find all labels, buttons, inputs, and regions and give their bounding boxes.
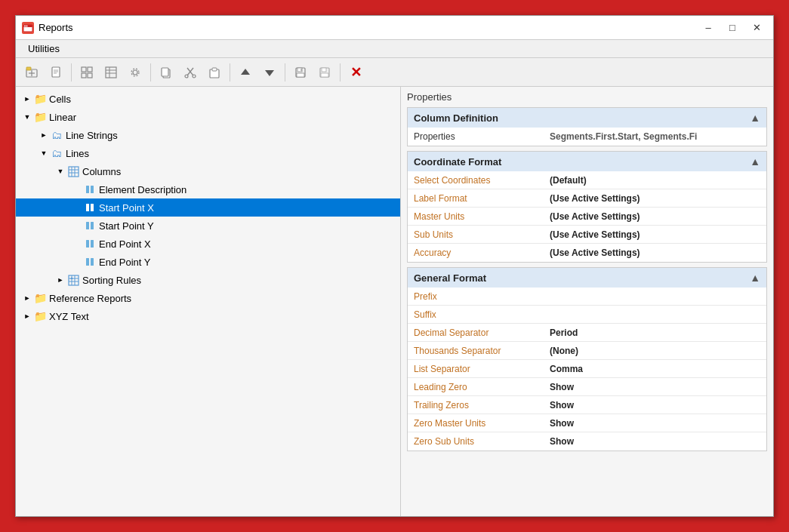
- label-zero-master: Zero Master Units: [408, 415, 544, 432]
- grid-icon-columns: [67, 165, 79, 177]
- tree-node-columns[interactable]: ▼ Columns: [16, 162, 400, 180]
- toolbar: ✕: [16, 58, 773, 87]
- prop-row-zero-sub: Zero Sub Units Show: [408, 432, 766, 451]
- add-button[interactable]: [20, 61, 43, 84]
- move-up-button[interactable]: [234, 61, 257, 84]
- svg-rect-47: [91, 204, 94, 211]
- svg-rect-15: [88, 73, 92, 78]
- prop-row-list-sep: List Separator Comma: [408, 360, 766, 378]
- section-body-general: Prefix Suffix Decimal Separator Period T…: [408, 288, 766, 451]
- collapse-general-icon[interactable]: ▲: [750, 272, 760, 284]
- settings-button[interactable]: [124, 61, 146, 84]
- collapse-column-def-icon[interactable]: ▲: [750, 112, 760, 124]
- cut-button[interactable]: [179, 61, 202, 84]
- expand-arrow-sorting[interactable]: ►: [55, 275, 66, 285]
- collapse-coord-icon[interactable]: ▲: [750, 155, 760, 168]
- tree-node-end-point-y[interactable]: ► End Point Y: [16, 253, 400, 271]
- tree-node-linear[interactable]: ▼ 📁 Linear: [16, 108, 400, 126]
- section-header-coord[interactable]: Coordinate Format ▲: [408, 152, 766, 171]
- tree-node-lines[interactable]: ▼ 🗂 Lines: [16, 144, 400, 162]
- prop-label-properties: Properties: [408, 128, 544, 145]
- section-title-column-def: Column Definition: [414, 112, 498, 124]
- svg-rect-45: [91, 186, 94, 193]
- expand-arrow-columns[interactable]: ▼: [55, 166, 66, 177]
- svg-rect-14: [82, 73, 86, 78]
- svg-rect-13: [88, 67, 92, 72]
- section-header-general[interactable]: General Format ▲: [408, 268, 766, 288]
- expand-arrow-linestrings[interactable]: ►: [39, 130, 49, 140]
- tree-node-start-point-y[interactable]: ► Start Point Y: [16, 217, 400, 235]
- copy-button[interactable]: [155, 61, 177, 84]
- col-icon-end-y: [84, 256, 96, 268]
- value-thousands-sep: (None): [544, 343, 766, 359]
- svg-rect-29: [212, 68, 217, 71]
- close-button[interactable]: ✕: [746, 20, 767, 35]
- paste-button[interactable]: [203, 61, 226, 84]
- folder-icon-linear: 📁: [34, 111, 46, 123]
- tree-node-element-desc[interactable]: ► Element Description: [16, 180, 400, 198]
- label-start-x: Start Point X: [99, 202, 154, 214]
- expand-arrow-cells[interactable]: ►: [22, 94, 32, 104]
- tree-node-start-point-x[interactable]: ► Start Point X: [16, 198, 400, 217]
- value-trailing-zeros: Show: [544, 397, 766, 414]
- label-decimal-sep: Decimal Separator: [408, 324, 544, 341]
- value-zero-master: Show: [544, 415, 766, 432]
- properties-heading: Properties: [407, 91, 767, 103]
- tree-node-linestrings[interactable]: ► 🗂 Line Strings: [16, 126, 400, 144]
- move-down-button[interactable]: [258, 61, 281, 84]
- save-alt-button[interactable]: [313, 61, 336, 84]
- delete-button[interactable]: ✕: [344, 61, 367, 84]
- tree-node-sorting-rules[interactable]: ► Sorting Rules: [16, 271, 400, 289]
- svg-rect-44: [86, 186, 89, 193]
- value-suffix: [544, 312, 766, 318]
- svg-rect-50: [86, 240, 89, 248]
- svg-rect-48: [86, 222, 89, 229]
- tree-node-end-point-x[interactable]: ► End Point X: [16, 235, 400, 253]
- grid-view-button[interactable]: [76, 61, 98, 84]
- value-prefix: [544, 294, 766, 300]
- label-end-y: End Point Y: [99, 257, 150, 268]
- section-header-column-def[interactable]: Column Definition ▲: [408, 108, 766, 128]
- properties-panel: Properties Column Definition ▲ Propertie…: [401, 87, 773, 516]
- svg-rect-46: [86, 204, 89, 211]
- table-button[interactable]: [100, 61, 122, 84]
- tree-node-cells[interactable]: ► 📁 Cells: [16, 90, 400, 108]
- tree-node-xyz[interactable]: ► 📁 XYZ Text: [16, 307, 400, 325]
- section-body-column-def: Properties Segments.First.Start, Segment…: [408, 128, 766, 146]
- label-columns: Columns: [82, 166, 121, 177]
- label-ref-reports: Reference Reports: [49, 293, 131, 304]
- label-start-y: Start Point Y: [99, 220, 154, 232]
- svg-point-2: [24, 25, 26, 26]
- svg-rect-53: [91, 258, 94, 266]
- svg-point-3: [26, 25, 28, 26]
- window-controls: – □ ✕: [698, 20, 767, 35]
- title-bar: Reports – □ ✕: [16, 16, 773, 40]
- svg-rect-52: [86, 258, 89, 266]
- maximize-button[interactable]: □: [722, 20, 743, 35]
- tree-node-ref-reports[interactable]: ► 📁 Reference Reports: [16, 289, 400, 307]
- section-column-definition: Column Definition ▲ Properties Segments.…: [407, 107, 767, 146]
- expand-arrow-linear[interactable]: ▼: [22, 112, 32, 122]
- value-master-units: (Use Active Settings): [544, 208, 766, 225]
- svg-point-27: [193, 75, 196, 78]
- expand-arrow-ref[interactable]: ►: [22, 293, 32, 303]
- value-sub-units: (Use Active Settings): [544, 226, 766, 243]
- svg-rect-39: [69, 167, 79, 177]
- blank-button[interactable]: [45, 61, 67, 84]
- value-accuracy: (Use Active Settings): [544, 244, 766, 261]
- label-trailing-zeros: Trailing Zeros: [408, 397, 544, 414]
- toolbar-separator-3: [230, 63, 230, 81]
- label-master-units: Master Units: [408, 208, 544, 225]
- prop-row-leading-zero: Leading Zero Show: [408, 378, 766, 396]
- minimize-button[interactable]: –: [698, 20, 719, 35]
- tree-panel: ► 📁 Cells ▼ 📁 Linear ► 🗂 Line Strings ▼ …: [16, 87, 401, 516]
- value-label-format: (Use Active Settings): [544, 190, 766, 207]
- svg-marker-31: [265, 70, 274, 76]
- menu-utilities[interactable]: Utilities: [22, 42, 66, 56]
- main-content: ► 📁 Cells ▼ 📁 Linear ► 🗂 Line Strings ▼ …: [16, 87, 773, 516]
- svg-rect-34: [297, 73, 304, 77]
- expand-arrow-xyz[interactable]: ►: [22, 311, 32, 321]
- expand-arrow-lines[interactable]: ▼: [39, 148, 49, 158]
- save-button[interactable]: [289, 61, 312, 84]
- col-icon-start-y: [84, 220, 96, 232]
